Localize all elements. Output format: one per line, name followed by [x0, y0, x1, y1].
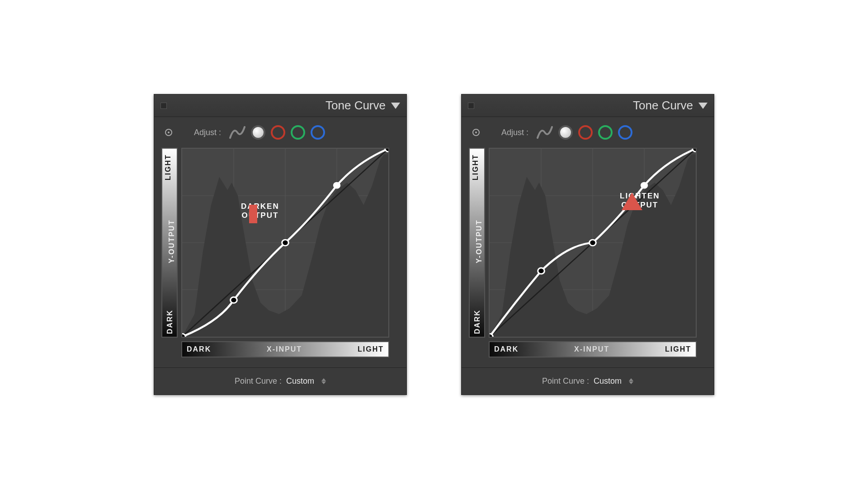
y-axis-dark-label: DARK	[166, 310, 174, 334]
x-axis-light-label: LIGHT	[665, 345, 691, 353]
point-curve-stepper[interactable]	[629, 378, 633, 384]
panel-footer: Point Curve : Custom	[154, 367, 406, 395]
x-axis-light-label: LIGHT	[358, 345, 384, 353]
panel-status-chip	[160, 103, 167, 109]
channel-rgb-button[interactable]	[251, 125, 265, 140]
collapse-icon[interactable]	[698, 103, 708, 109]
adjust-row: Adjust :	[462, 117, 714, 144]
svg-point-20	[538, 268, 545, 274]
x-axis-dark-label: DARK	[187, 345, 211, 353]
panel-header: Tone Curve	[462, 94, 714, 117]
point-curve-value[interactable]: Custom	[594, 376, 622, 386]
parametric-curve-icon[interactable]	[229, 126, 245, 139]
svg-point-9	[282, 240, 289, 245]
tone-curve-panel-right: Tone Curve Adjust : LIGHT Y-OUTPUT DARK	[461, 94, 714, 395]
x-axis-dark-label: DARK	[494, 345, 519, 353]
point-curve-value[interactable]: Custom	[286, 376, 314, 386]
darken-annotation: DARKEN OUTPUT	[241, 202, 279, 221]
y-axis-dark-label: DARK	[473, 310, 481, 334]
svg-point-23	[641, 182, 648, 189]
adjust-label: Adjust :	[194, 128, 221, 137]
point-curve-label: Point Curve :	[235, 376, 282, 386]
arrow-up-icon	[620, 192, 660, 210]
y-axis-gradient: LIGHT Y-OUTPUT DARK	[469, 148, 485, 338]
x-axis-mid-label: X-INPUT	[574, 345, 609, 353]
collapse-icon[interactable]	[391, 103, 400, 109]
arrow-down-icon	[241, 205, 279, 223]
point-curve-label: Point Curve :	[542, 376, 589, 386]
channel-red-button[interactable]	[578, 125, 593, 140]
svg-point-11	[333, 182, 340, 189]
channel-rgb-button[interactable]	[558, 125, 573, 140]
curve-area: LIGHT Y-OUTPUT DARK	[154, 144, 406, 357]
x-axis-gradient: DARK X-INPUT LIGHT	[489, 341, 697, 357]
y-axis-gradient: LIGHT Y-OUTPUT DARK	[161, 148, 178, 338]
x-axis-mid-label: X-INPUT	[267, 345, 302, 353]
targeted-adjustment-icon[interactable]	[472, 129, 480, 136]
y-axis-mid-label: Y-OUTPUT	[168, 220, 176, 263]
lighten-annotation: LIGHTEN OUTPUT	[620, 192, 660, 210]
curve-area: LIGHT Y-OUTPUT DARK	[462, 144, 714, 357]
svg-point-10	[385, 149, 388, 152]
channel-blue-button[interactable]	[618, 125, 632, 140]
x-axis-gradient: DARK X-INPUT LIGHT	[181, 341, 389, 357]
point-curve-stepper[interactable]	[321, 378, 326, 384]
svg-point-21	[590, 240, 596, 245]
y-axis-mid-label: Y-OUTPUT	[475, 220, 483, 263]
panel-status-chip	[468, 103, 474, 109]
adjust-label: Adjust :	[501, 128, 528, 137]
channel-green-button[interactable]	[291, 125, 305, 140]
panel-title: Tone Curve	[326, 99, 386, 113]
channel-blue-button[interactable]	[311, 125, 325, 140]
panel-footer: Point Curve : Custom	[462, 367, 714, 395]
tone-curve-graph[interactable]: LIGHTEN OUTPUT	[489, 148, 697, 338]
svg-point-8	[231, 297, 237, 303]
svg-point-22	[693, 149, 696, 152]
svg-point-19	[490, 334, 493, 337]
parametric-curve-icon[interactable]	[537, 126, 553, 139]
channel-green-button[interactable]	[598, 125, 613, 140]
channel-red-button[interactable]	[271, 125, 285, 140]
y-axis-light-label: LIGHT	[164, 154, 172, 180]
panel-header: Tone Curve	[154, 94, 406, 117]
adjust-row: Adjust :	[154, 117, 406, 144]
targeted-adjustment-icon[interactable]	[165, 129, 172, 136]
panel-title: Tone Curve	[633, 99, 693, 113]
svg-point-7	[182, 334, 185, 337]
tone-curve-panel-left: Tone Curve Adjust : LIGHT Y-OUTPUT DARK	[154, 94, 407, 395]
y-axis-light-label: LIGHT	[472, 154, 480, 180]
tone-curve-graph[interactable]: DARKEN OUTPUT	[181, 148, 389, 338]
